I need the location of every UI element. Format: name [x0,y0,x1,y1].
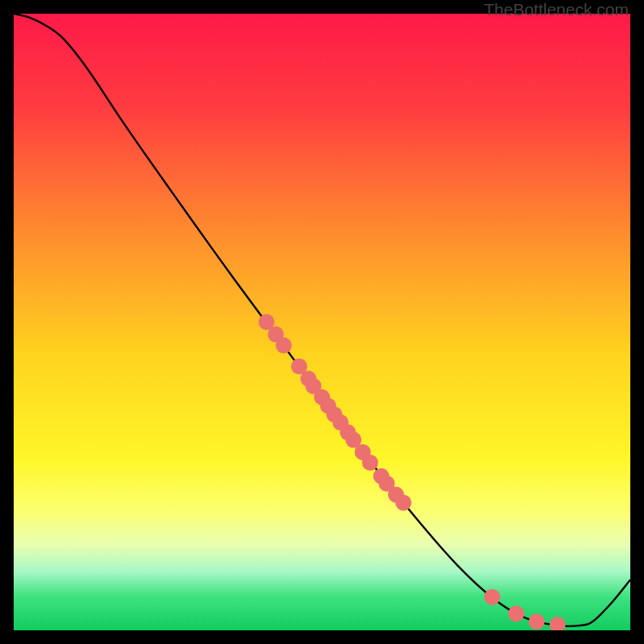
data-marker [529,613,545,630]
data-marker [508,605,524,621]
data-marker [484,589,500,605]
bottleneck-chart [14,14,630,630]
chart-frame [14,14,630,630]
data-marker [362,455,378,471]
data-marker [395,494,411,510]
watermark-text: TheBottleneck.com [484,0,629,19]
gradient-background [14,14,630,630]
data-marker [276,337,292,353]
